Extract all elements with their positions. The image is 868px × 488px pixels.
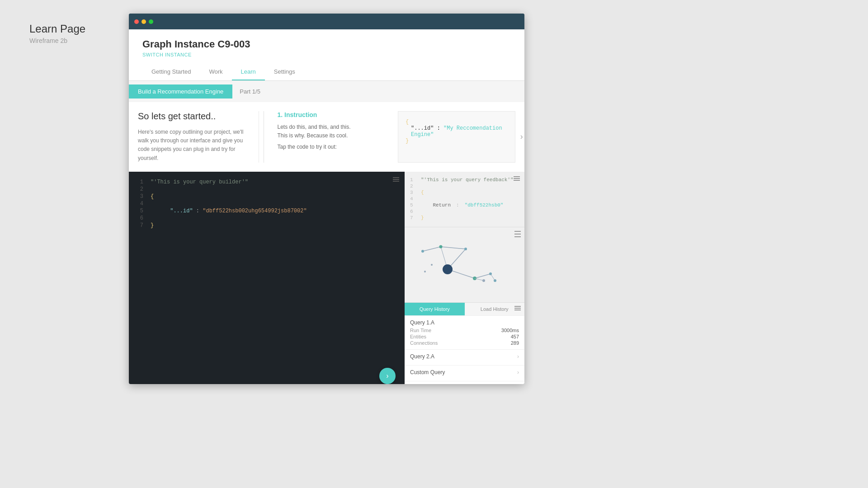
menu-line-3 — [514, 180, 520, 181]
history-menu-icon[interactable] — [514, 306, 521, 310]
fb-line-7: 7 } — [410, 215, 519, 221]
tab-settings[interactable]: Settings — [265, 64, 304, 80]
graph-node-8 — [431, 264, 433, 266]
tab-work[interactable]: Work — [200, 64, 231, 80]
page-subtitle: Wireframe 2b — [29, 37, 85, 44]
lesson-part: Part 1/5 — [232, 88, 260, 95]
graph-visualization — [405, 227, 524, 303]
close-button[interactable] — [134, 19, 139, 24]
stat-entities: Entities 457 — [410, 334, 519, 339]
graph-node-3 — [464, 248, 467, 250]
code-preview-line-3: } — [406, 138, 508, 144]
graph-svg — [405, 227, 524, 302]
header-section: Graph Instance C9-003 SWITCH INSTANCE Ge… — [129, 29, 524, 81]
graph-menu-icon[interactable] — [514, 231, 521, 237]
svg-line-4 — [475, 274, 491, 278]
history-menu-line-1 — [514, 306, 521, 307]
main-content: Graph Instance C9-003 SWITCH INSTANCE Ge… — [129, 29, 524, 384]
qb-line-2: 2 — [136, 186, 397, 192]
custom-query-chevron-icon: › — [517, 369, 519, 375]
lesson-title-button[interactable]: Build a Recommendation Engine — [129, 84, 232, 99]
tap-instruction: Tap the code to try it out: — [278, 144, 389, 150]
code-preview-panel[interactable]: { "...id" : "My Reccomendation Engine" }… — [398, 111, 515, 163]
fb-line-2: 2 — [410, 183, 519, 189]
minimize-button[interactable] — [142, 19, 146, 24]
history-menu-line-3 — [514, 310, 521, 310]
instruction-section: 1. Instruction Lets do this, and this, a… — [269, 111, 398, 163]
instruction-line-1: Lets do this, and this, and this.This is… — [278, 123, 389, 140]
page-annotation: Learn Page Wireframe 2b — [29, 23, 85, 44]
feedback-menu-icon[interactable] — [514, 176, 520, 181]
qb-line-5: 5 "...id" : "dbff522hsb002uhg654992jsb87… — [136, 208, 397, 214]
qb-line-1: 1 "'This is your query builder'" — [136, 179, 397, 185]
tab-getting-started[interactable]: Getting Started — [142, 64, 200, 80]
feedback-code-block: 1 "'This is your query feedback'" 2 3 { … — [410, 177, 519, 221]
code-preview-line-2: "...id" : "My Reccomendation Engine" — [406, 125, 508, 138]
query-item-2[interactable]: Query 2.A › — [405, 350, 524, 366]
query-feedback-panel: 1 "'This is your query feedback'" 2 3 { … — [405, 172, 524, 227]
menu-icon[interactable] — [393, 177, 399, 182]
svg-line-0 — [423, 247, 441, 251]
query-item-2-name: Query 2.A — [410, 353, 434, 360]
right-panel: 1 "'This is your query feedback'" 2 3 { … — [405, 172, 524, 384]
graph-node-2 — [439, 245, 443, 248]
window-titlebar — [129, 14, 524, 29]
svg-line-7 — [491, 274, 495, 281]
lesson-bar: Build a Recommendation Engine Part 1/5 — [129, 81, 524, 102]
qb-line-3: 3 { — [136, 193, 397, 200]
query-item-1[interactable]: Query 1.A Run Time 3000ms Entities 457 — [405, 316, 524, 350]
query-item-1-header: Query 1.A — [410, 319, 519, 326]
maximize-button[interactable] — [149, 19, 153, 24]
instruction-title: 1. Instruction — [278, 111, 389, 118]
query-2-chevron-icon: › — [517, 353, 519, 360]
graph-menu-line-2 — [514, 234, 521, 235]
fb-line-3: 3 { — [410, 190, 519, 195]
query-item-custom[interactable]: Custom Query › — [405, 366, 524, 381]
history-tab-bar: Query History Load History — [405, 303, 524, 316]
query-item-custom-header: Custom Query › — [410, 369, 519, 375]
tab-navigation: Getting Started Work Learn Settings — [142, 64, 511, 80]
tab-query-history[interactable]: Query History — [405, 303, 465, 315]
qb-line-6: 6 — [136, 215, 397, 221]
bottom-section: 1 "'This is your query builder'" 2 3 { 4… — [129, 172, 524, 384]
next-button[interactable]: › — [379, 368, 396, 384]
graph-node-main — [443, 264, 453, 274]
menu-line-2 — [514, 178, 520, 179]
switch-instance-link[interactable]: SWITCH INSTANCE — [142, 52, 511, 57]
content-divider — [264, 111, 264, 163]
qb-line-4: 4 — [136, 201, 397, 207]
fb-line-4: 4 — [410, 196, 519, 202]
intro-section: So lets get started.. Here's some copy o… — [138, 111, 259, 163]
code-preview-line-1: { — [406, 119, 508, 125]
graph-menu-line-3 — [514, 236, 521, 237]
graph-node-9 — [424, 271, 426, 272]
graph-menu-line-1 — [514, 231, 521, 232]
menu-dot-2 — [393, 179, 399, 180]
svg-line-1 — [441, 247, 466, 249]
menu-dot-1 — [393, 177, 399, 178]
query-list: Query 1.A Run Time 3000ms Entities 457 — [405, 316, 524, 384]
menu-dot-3 — [393, 181, 399, 182]
history-panel: Query History Load History Query 1.A — [405, 303, 524, 384]
app-window: Graph Instance C9-003 SWITCH INSTANCE Ge… — [129, 14, 524, 384]
tab-learn[interactable]: Learn — [232, 64, 265, 80]
qb-line-7: 7 } — [136, 222, 397, 229]
query-builder-panel: 1 "'This is your query builder'" 2 3 { 4… — [129, 172, 405, 384]
fb-line-5: 5 Return : "dbff522hsb0" — [410, 202, 519, 208]
query-item-2-header: Query 2.A › — [410, 353, 519, 360]
query-builder-menu[interactable] — [393, 177, 399, 182]
intro-heading: So lets get started.. — [138, 111, 250, 122]
fb-line-1: 1 "'This is your query feedback'" — [410, 177, 519, 183]
stat-run-time: Run Time 3000ms — [410, 328, 519, 333]
instance-title: Graph Instance C9-003 — [142, 38, 511, 50]
stat-connections: Connections 289 — [410, 340, 519, 346]
query-item-1-name: Query 1.A — [410, 319, 434, 326]
intro-body: Here's some copy outlining our project, … — [138, 128, 250, 163]
graph-node-1 — [421, 250, 424, 253]
learn-content-area: So lets get started.. Here's some copy o… — [129, 102, 524, 172]
next-code-arrow[interactable]: › — [519, 132, 524, 141]
query-item-custom-name: Custom Query — [410, 369, 445, 375]
menu-line-1 — [514, 176, 520, 177]
history-menu-line-2 — [514, 308, 521, 309]
query-item-1-stats: Run Time 3000ms Entities 457 Connections… — [410, 328, 519, 346]
